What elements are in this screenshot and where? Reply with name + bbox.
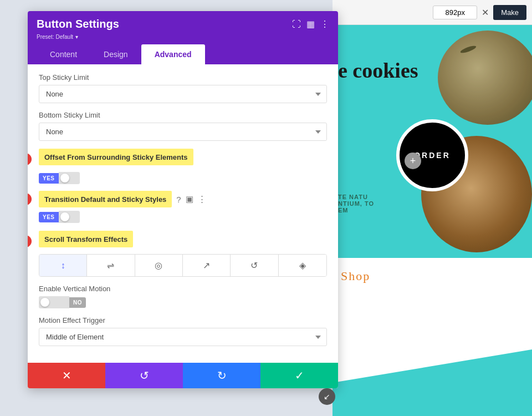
scroll-section-row: 3 Scroll Transform Effects <box>39 231 327 252</box>
panel-header: Button Settings ⛶ ▦ ⋮ Preset: Default ▾ … <box>28 11 338 64</box>
tab-content[interactable]: Content <box>37 44 90 64</box>
preset-text: Preset: Default <box>37 34 73 40</box>
make-button[interactable]: Make <box>493 5 526 20</box>
cookie-preview-section: e cookies ORDER TE NATU NTIUM, TO EM + <box>332 25 532 258</box>
bottom-sticky-limit-label: Bottom Sticky Limit <box>39 111 327 119</box>
scroll-tab-scale[interactable]: ◈ <box>279 255 326 276</box>
panel-title: Button Settings <box>37 18 119 31</box>
undo-button[interactable]: ↺ <box>105 363 183 388</box>
more-section-icon[interactable]: ⋮ <box>198 194 206 204</box>
toggle-thumb-1 <box>60 174 69 182</box>
settings-panel: Button Settings ⛶ ▦ ⋮ Preset: Default ▾ … <box>28 11 338 388</box>
toggle-yes-label: YES <box>39 173 59 184</box>
toggle-track-1[interactable] <box>59 172 80 184</box>
preview-topbar: ✕ Make <box>332 0 532 25</box>
transition-section-highlight: Transition Default and Sticky Styles <box>39 191 172 207</box>
teal-diagonal <box>332 349 532 416</box>
plus-button[interactable]: + <box>405 153 421 169</box>
panel-tabs: Content Design Advanced <box>37 44 329 64</box>
vertical-motion-label: Enable Vertical Motion <box>39 285 327 293</box>
cookie-title: e cookies <box>338 58 418 83</box>
preview-bottom: Shop <box>332 258 532 416</box>
cancel-button[interactable]: ✕ <box>28 363 105 388</box>
text-line-2: NTIUM, TO <box>338 200 374 207</box>
panel-header-top: Button Settings ⛶ ▦ ⋮ <box>37 18 329 31</box>
transition-toggle[interactable]: YES <box>39 211 327 223</box>
scroll-tab-rotate[interactable]: ↺ <box>231 255 278 276</box>
panel-header-icons: ⛶ ▦ ⋮ <box>292 19 329 29</box>
scroll-section-label: Scroll Transform Effects <box>44 235 127 243</box>
transition-header-row: Transition Default and Sticky Styles ? ▣… <box>39 191 327 207</box>
panel-body: Top Sticky Limit None Bottom Sticky Limi… <box>28 64 338 363</box>
panel-footer: ✕ ↺ ↻ ✓ <box>28 363 338 388</box>
arrow-icon[interactable]: ↙ <box>319 388 335 405</box>
offset-section-highlight: Offset From Surrounding Sticky Elements <box>39 149 193 165</box>
scroll-tab-blur[interactable]: ⇌ <box>87 255 135 276</box>
badge-3: 3 <box>28 235 32 247</box>
toggle-no-thumb <box>40 298 49 307</box>
preset-label[interactable]: Preset: Default ▾ <box>37 34 329 40</box>
more-icon[interactable]: ⋮ <box>320 19 329 29</box>
top-sticky-limit-select[interactable]: None <box>39 85 327 103</box>
save-button[interactable]: ✓ <box>260 363 338 388</box>
toggle-thumb-2 <box>60 212 69 221</box>
toggle-no-track[interactable] <box>39 296 69 308</box>
top-sticky-limit-label: Top Sticky Limit <box>39 73 327 82</box>
tab-design[interactable]: Design <box>90 44 141 64</box>
transition-section-label: Transition Default and Sticky Styles <box>44 195 166 204</box>
offset-section-row: 1 Offset From Surrounding Sticky Element… <box>39 149 327 170</box>
preset-arrow: ▾ <box>75 34 78 40</box>
text-line-1: TE NATU <box>338 194 374 200</box>
shop-label[interactable]: Shop <box>341 269 524 283</box>
scroll-tabs: ↕ ⇌ ◎ ↗ ↺ ◈ <box>39 254 327 277</box>
vertical-motion-toggle[interactable]: NO <box>39 296 327 308</box>
close-width-button[interactable]: ✕ <box>482 7 489 18</box>
preview-area: ✕ Make e cookies ORDER TE NATU NTIUM, TO… <box>332 0 532 416</box>
width-input[interactable] <box>433 6 477 19</box>
badge-1: 1 <box>28 153 32 165</box>
offset-toggle[interactable]: YES <box>39 172 327 184</box>
text-line-3: EM <box>338 207 374 214</box>
scroll-tab-motion[interactable]: ↕ <box>39 255 87 276</box>
toggle-track-2[interactable] <box>59 211 80 223</box>
offset-section-label: Offset From Surrounding Sticky Elements <box>44 153 188 161</box>
motion-trigger-group: Motion Effect Trigger Middle of Element <box>39 316 327 346</box>
motion-trigger-label: Motion Effect Trigger <box>39 316 327 324</box>
toggle-no-label: NO <box>69 297 86 308</box>
bottom-sticky-limit-select[interactable]: None <box>39 123 327 141</box>
preview-text-block: TE NATU NTIUM, TO EM <box>338 194 374 214</box>
scroll-tab-opacity[interactable]: ◎ <box>135 255 183 276</box>
columns-icon[interactable]: ▦ <box>306 19 315 29</box>
redo-button[interactable]: ↻ <box>183 363 260 388</box>
top-sticky-limit-group: Top Sticky Limit None <box>39 73 327 103</box>
motion-trigger-select[interactable]: Middle of Element <box>39 328 327 346</box>
fullscreen-icon[interactable]: ⛶ <box>292 19 301 29</box>
scroll-section-highlight: Scroll Transform Effects <box>39 231 133 247</box>
bottom-sticky-limit-group: Bottom Sticky Limit None <box>39 111 327 141</box>
scroll-tab-transform[interactable]: ↗ <box>183 255 231 276</box>
help-icon[interactable]: ? <box>176 195 181 204</box>
tab-advanced[interactable]: Advanced <box>141 44 205 64</box>
tablet-icon[interactable]: ▣ <box>186 194 193 204</box>
vertical-motion-group: Enable Vertical Motion NO <box>39 285 327 308</box>
badge-2: 2 <box>28 193 32 205</box>
transition-section-row: 2 Transition Default and Sticky Styles ?… <box>39 191 327 207</box>
cookie-image-top <box>438 31 532 125</box>
toggle-yes-label-2: YES <box>39 212 59 222</box>
